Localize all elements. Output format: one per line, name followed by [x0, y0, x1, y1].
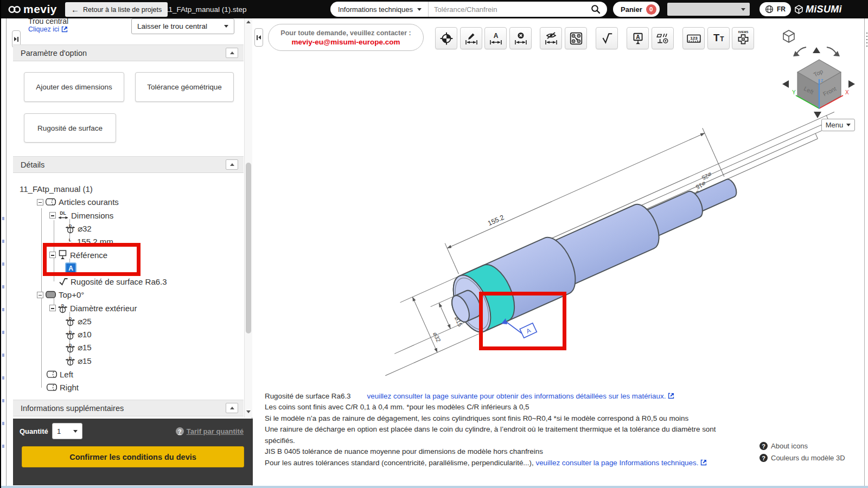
- cylinder-icon: [45, 198, 56, 206]
- tree-item-root[interactable]: 11_FAtp_manual (1): [13, 182, 245, 195]
- meviy-logo[interactable]: meviy: [8, 0, 57, 18]
- svg-text:L: L: [69, 237, 72, 242]
- sidebar-scrollbar[interactable]: [244, 18, 252, 418]
- surface-roughness-button[interactable]: Rugosité de surface: [24, 113, 116, 143]
- empty-dropdown[interactable]: [667, 3, 750, 16]
- search-input[interactable]: [429, 2, 591, 17]
- tree-item-label: Rugosité de surface Ra6.3: [71, 277, 167, 286]
- notes-block: Rugosité de surface Ra6.3veuillez consul…: [265, 391, 758, 468]
- tree-item-roughness[interactable]: Rugosité de surface Ra6.3: [13, 275, 245, 288]
- expander-icon[interactable]: [37, 292, 43, 298]
- tree-item-label: ⌀15: [78, 343, 92, 352]
- tree-item-dimensions[interactable]: DL Dimensions: [13, 209, 245, 222]
- rotate-right-arrow[interactable]: [827, 47, 840, 56]
- details-section-header: Détails: [13, 156, 244, 173]
- handle-bar: [17, 37, 18, 42]
- tariff-per-quantity-link[interactable]: ? Tarif par quantité: [176, 427, 244, 435]
- tree-item-label: Left: [60, 370, 73, 379]
- tree-item-dia15b[interactable]: D ⌀15: [13, 355, 245, 368]
- misumi-cube-icon: [794, 4, 803, 15]
- cart-label: Panier: [621, 5, 642, 14]
- note-text: Rugosité de surface Ra6.3: [265, 392, 351, 400]
- about-icons-link[interactable]: ? About icons: [760, 442, 845, 450]
- scrollbar-thumb[interactable]: [246, 163, 251, 333]
- back-button-label: Retour à la liste de projets: [83, 6, 162, 14]
- expander-icon[interactable]: [49, 305, 56, 311]
- scroll-down-arrow[interactable]: [246, 410, 251, 413]
- tree-item-label: Diamètre extérieur: [70, 304, 137, 313]
- meviy-logo-text: meviy: [23, 3, 57, 16]
- diameter-icon: D: [58, 303, 68, 313]
- geometric-tolerance-button[interactable]: Tolérance géométrique: [135, 72, 234, 102]
- collapse-supplementary-section-button[interactable]: [226, 403, 238, 413]
- back-to-projects-button[interactable]: ← Retour à la liste de projets: [65, 2, 168, 17]
- tree-item-right[interactable]: Right: [13, 381, 245, 394]
- add-dimensions-button[interactable]: Ajouter des dimensions: [24, 72, 124, 102]
- diameter-icon: D: [65, 330, 75, 340]
- diameter-icon: D: [65, 223, 75, 234]
- quantity-select[interactable]: 1: [52, 423, 82, 439]
- tree-item-dia10[interactable]: D ⌀10: [13, 328, 245, 341]
- rotate-left-step-arrow[interactable]: [782, 80, 789, 88]
- axis-label-z: z: [821, 78, 824, 83]
- search-bar: Informations techniques: [330, 2, 607, 17]
- tree-item-label: Top+0°: [59, 290, 84, 299]
- svg-text:D: D: [69, 224, 72, 228]
- about-icons-label: About icons: [771, 442, 808, 450]
- collapsed-right-panel[interactable]: [864, 18, 868, 488]
- materials-info-link[interactable]: veuillez consulter la page suivante pour…: [367, 392, 666, 400]
- wireframe-cube-icon[interactable]: [783, 30, 794, 42]
- chevron-down-icon: [846, 124, 851, 126]
- rotate-right-step-arrow[interactable]: [848, 80, 855, 88]
- triangle-up-icon: [230, 407, 234, 409]
- external-link-icon: [700, 459, 707, 466]
- expander-icon[interactable]: [49, 212, 56, 219]
- tree-item-label: Dimensions: [71, 211, 113, 220]
- cylinder-icon: [46, 370, 58, 378]
- panel-handle-dots: [866, 33, 867, 47]
- tree-item-articles-courants[interactable]: Articles courants: [13, 195, 245, 208]
- svg-text:D: D: [61, 303, 64, 307]
- confirm-quote-button[interactable]: Confirmer les conditions du devis: [22, 446, 244, 467]
- center-hole-select[interactable]: Laisser le trou central: [131, 18, 234, 34]
- collapse-option-section-button[interactable]: [226, 48, 238, 58]
- collapsed-left-panel[interactable]: [1, 18, 7, 488]
- technical-info-link[interactable]: veuillez consulter la page Informations …: [535, 459, 698, 467]
- tree-item-label: ⌀32: [78, 224, 92, 234]
- cart-button[interactable]: Panier 0: [613, 2, 660, 17]
- help-links: ? About icons ? Couleurs du modèle 3D: [760, 442, 845, 466]
- rotate-up-arrow[interactable]: [813, 47, 820, 53]
- misumi-logo-text: MiSUMi: [806, 4, 842, 15]
- help-icon: ?: [760, 442, 768, 450]
- language-button[interactable]: FR: [760, 2, 791, 16]
- viewport-menu-button[interactable]: Menu: [821, 119, 855, 131]
- tree-item-dia15a[interactable]: D ⌀15: [13, 341, 245, 354]
- viewport-3d[interactable]: Pour toute demande, veuillez contacter :…: [252, 18, 864, 488]
- search-category-select[interactable]: Informations techniques: [330, 2, 429, 17]
- model-colors-link[interactable]: ? Couleurs du modèle 3D: [760, 454, 845, 462]
- scroll-up-arrow[interactable]: [246, 21, 251, 23]
- external-link-icon: [668, 393, 674, 399]
- dimension-dl-icon: DL: [58, 210, 69, 220]
- tree-item-top0[interactable]: Top+0°: [13, 288, 245, 301]
- tariff-link-label: Tarif par quantité: [187, 427, 244, 435]
- tree-item-dia25[interactable]: D ⌀25: [13, 314, 245, 328]
- tree-item-outer-diameter[interactable]: D Diamètre extérieur: [13, 301, 245, 314]
- note-text: Pour les autres tolérances standard (con…: [265, 459, 534, 467]
- search-submit[interactable]: [591, 2, 607, 17]
- tree-item-left[interactable]: Left: [13, 368, 245, 381]
- rotate-left-arrow[interactable]: [793, 47, 806, 56]
- menu-label: Menu: [826, 121, 844, 129]
- tree-item-label: Articles courants: [59, 197, 119, 207]
- tree-item-dia32[interactable]: D ⌀32: [13, 222, 245, 235]
- hole-help-link[interactable]: Cliquez ici: [28, 25, 68, 33]
- rotate-down-arrow[interactable]: [814, 112, 821, 118]
- collapse-details-section-button[interactable]: [226, 159, 238, 170]
- center-hole-select-value: Laisser le trou central: [137, 22, 207, 30]
- external-link-icon: [61, 26, 68, 33]
- highlight-box-datum-flag: [479, 292, 566, 350]
- file-tab[interactable]: 11_FAtp_manual (1).step: [165, 0, 247, 18]
- cart-count-badge: 0: [646, 4, 656, 15]
- quote-panel: Quantité 1 ? Tarif par quantité Confirme…: [13, 419, 253, 485]
- expander-icon[interactable]: [37, 199, 43, 206]
